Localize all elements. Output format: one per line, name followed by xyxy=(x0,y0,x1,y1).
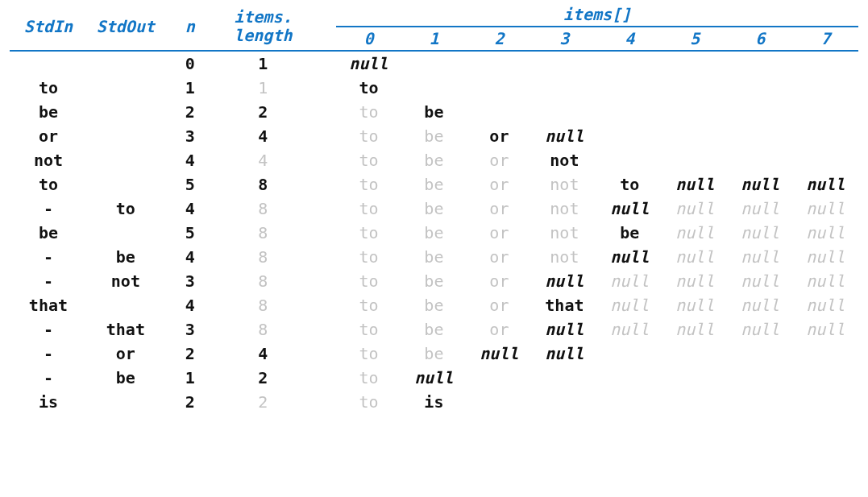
cell-item: to xyxy=(336,245,401,269)
col-length: items. length xyxy=(216,3,310,50)
cell-n: 2 xyxy=(164,342,216,366)
table-row: is22tois xyxy=(10,390,858,414)
cell-item xyxy=(662,76,728,100)
cell-length: 8 xyxy=(216,293,310,317)
cell-item: or xyxy=(467,148,532,172)
cell-item xyxy=(793,342,858,366)
cell-gap xyxy=(310,124,336,148)
cell-stdout xyxy=(87,100,164,124)
cell-item xyxy=(662,148,728,172)
cell-item xyxy=(793,100,858,124)
cell-item: null xyxy=(662,172,728,197)
cell-stdout: to xyxy=(87,197,164,221)
cell-item: be xyxy=(401,293,467,317)
cell-item: null xyxy=(793,197,858,221)
cell-stdout xyxy=(87,221,164,245)
table-row: -be12tonull xyxy=(10,366,858,390)
cell-item: not xyxy=(532,245,597,269)
cell-item: null xyxy=(728,293,793,317)
cell-stdin: to xyxy=(10,172,87,197)
cell-gap xyxy=(310,100,336,124)
cell-item xyxy=(467,390,532,414)
cell-item: to xyxy=(336,269,401,293)
table-row: to58tobeornottonullnullnull xyxy=(10,172,858,197)
cell-item: to xyxy=(336,124,401,148)
cell-n: 5 xyxy=(164,172,216,197)
cell-item: be xyxy=(401,317,467,342)
cell-item: null xyxy=(793,293,858,317)
cell-item xyxy=(662,51,728,76)
cell-item: null xyxy=(532,342,597,366)
cell-gap xyxy=(310,390,336,414)
cell-stdout xyxy=(87,76,164,100)
cell-stdout: that xyxy=(87,317,164,342)
cell-length: 1 xyxy=(216,76,310,100)
cell-item: to xyxy=(336,76,401,100)
cell-item xyxy=(793,76,858,100)
cell-item xyxy=(597,100,662,124)
cell-n: 2 xyxy=(164,390,216,414)
table-row: that48tobeorthatnullnullnullnull xyxy=(10,293,858,317)
cell-item xyxy=(597,51,662,76)
cell-gap xyxy=(310,317,336,342)
cell-length: 4 xyxy=(216,342,310,366)
cell-stdin: - xyxy=(10,245,87,269)
cell-item: null xyxy=(728,269,793,293)
cell-item xyxy=(793,51,858,76)
cell-item: or xyxy=(467,221,532,245)
cell-item: be xyxy=(401,245,467,269)
table-row: -or24tobenullnull xyxy=(10,342,858,366)
trace-table: StdIn StdOut n items. length items[] 0 1… xyxy=(10,3,858,414)
cell-item: not xyxy=(532,172,597,197)
cell-n: 4 xyxy=(164,197,216,221)
cell-item xyxy=(793,124,858,148)
table-body: 01nullto11tobe22tobeor34tobeornullnot44t… xyxy=(10,51,858,414)
cell-item: to xyxy=(336,221,401,245)
cell-item xyxy=(532,51,597,76)
col-idx-7: 7 xyxy=(793,27,858,50)
cell-item: be xyxy=(401,124,467,148)
cell-item: be xyxy=(401,269,467,293)
cell-item: null xyxy=(467,342,532,366)
cell-item: to xyxy=(336,100,401,124)
cell-item xyxy=(728,366,793,390)
col-idx-5: 5 xyxy=(662,27,728,50)
cell-item xyxy=(597,124,662,148)
cell-item xyxy=(532,366,597,390)
cell-item: null xyxy=(793,245,858,269)
cell-item: null xyxy=(793,317,858,342)
cell-item xyxy=(662,100,728,124)
cell-length: 4 xyxy=(216,148,310,172)
cell-item xyxy=(467,76,532,100)
cell-n: 3 xyxy=(164,269,216,293)
cell-stdout: or xyxy=(87,342,164,366)
cell-n: 3 xyxy=(164,317,216,342)
cell-item: to xyxy=(597,172,662,197)
cell-stdout: be xyxy=(87,245,164,269)
cell-gap xyxy=(310,342,336,366)
cell-item: null xyxy=(597,317,662,342)
cell-gap xyxy=(310,366,336,390)
cell-length: 2 xyxy=(216,100,310,124)
col-idx-0: 0 xyxy=(336,27,401,50)
cell-item: that xyxy=(532,293,597,317)
cell-item xyxy=(662,366,728,390)
cell-stdin: that xyxy=(10,293,87,317)
cell-item xyxy=(728,390,793,414)
cell-stdin: - xyxy=(10,269,87,293)
cell-item: is xyxy=(401,390,467,414)
cell-item: null xyxy=(662,197,728,221)
cell-length: 8 xyxy=(216,172,310,197)
table-row: -to48tobeornotnullnullnullnull xyxy=(10,197,858,221)
cell-item xyxy=(662,390,728,414)
cell-item: to xyxy=(336,317,401,342)
col-gap xyxy=(310,3,336,50)
cell-stdout xyxy=(87,390,164,414)
cell-item xyxy=(728,148,793,172)
cell-item xyxy=(401,51,467,76)
cell-item: null xyxy=(662,269,728,293)
cell-item: null xyxy=(728,172,793,197)
col-idx-6: 6 xyxy=(728,27,793,50)
col-stdin: StdIn xyxy=(10,3,87,50)
cell-item xyxy=(662,124,728,148)
